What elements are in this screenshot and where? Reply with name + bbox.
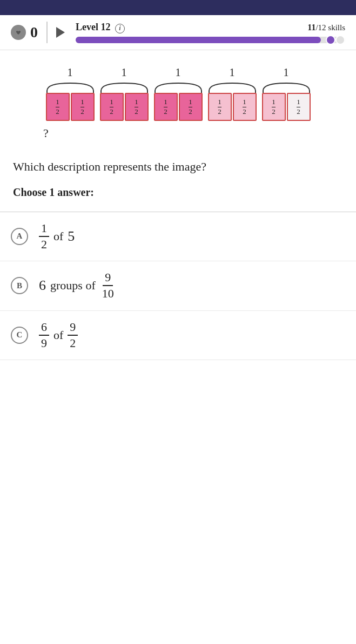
info-icon[interactable]: i (115, 24, 125, 33)
choice-c-fraction1: 6 9 (39, 321, 49, 350)
skills-text: 11/12 skills (307, 23, 345, 32)
answer-choices: A 1 2 of 5 B 6 groups of 9 10 C 6 9 (0, 212, 356, 360)
fraction-groups: 1 12 12 1 (45, 66, 312, 121)
progress-fill (76, 37, 321, 43)
group-2-boxes: 12 12 (100, 93, 149, 121)
group-2-label: 1 (122, 66, 127, 79)
level-title-row: Level 12 i 11/12 skills (76, 22, 345, 33)
choice-c[interactable]: C 6 9 of 9 2 (0, 311, 356, 360)
box-1-1: 12 (46, 93, 70, 121)
brace-2 (99, 81, 150, 93)
group-3-label: 1 (176, 66, 181, 79)
group-4-boxes: 12 12 (208, 93, 257, 121)
group-1-boxes: 12 12 (46, 93, 95, 121)
box-2-1: 12 (100, 93, 124, 121)
box-3-2: 12 (179, 93, 203, 121)
progress-bar (76, 37, 345, 43)
group-3-boxes: 12 12 (154, 93, 203, 121)
level-info: Level 12 i 11/12 skills (76, 22, 345, 43)
skills-label: /12 skills (315, 23, 345, 32)
group-5-wrapper: 12 12 (261, 81, 312, 121)
question-text: Which description represents the image? (13, 159, 343, 175)
choice-a-content: 1 2 of 5 (39, 222, 75, 251)
question-section: Which description represents the image? … (0, 146, 356, 204)
box-2-2: 12 (125, 93, 149, 121)
group-4-label: 1 (230, 66, 235, 79)
choice-a-num: 5 (68, 228, 75, 245)
question-mark: ? (43, 126, 49, 140)
choice-b-groups: groups of (50, 279, 96, 293)
top-controls: 0 Level 12 i 11/12 skills (0, 15, 356, 50)
choice-b-fraction: 9 10 (100, 271, 116, 300)
box-3-1: 12 (154, 93, 178, 121)
group-3-wrapper: 12 12 (153, 81, 204, 121)
group-4: 1 12 12 (207, 66, 258, 121)
box-5-2: 12 (287, 93, 311, 121)
choose-label: Choose 1 answer: (13, 186, 343, 199)
choice-b-circle: B (11, 277, 28, 294)
play-button[interactable] (56, 27, 65, 38)
group-5-label: 1 (284, 66, 289, 79)
level-title: Level 12 i (76, 22, 125, 33)
box-5-1: 12 (262, 93, 286, 121)
group-2: 1 12 12 (99, 66, 150, 121)
group-3: 1 12 12 (153, 66, 204, 121)
choice-b-content: 6 groups of 9 10 (39, 271, 116, 300)
level-label: Level 12 (76, 22, 111, 32)
box-4-1: 12 (208, 93, 232, 121)
choice-a-of: of (53, 229, 63, 243)
choice-a-fraction: 1 2 (39, 222, 49, 251)
box-1-2: 12 (71, 93, 95, 121)
heart-icon (11, 25, 26, 40)
brace-4 (207, 81, 258, 93)
choice-b[interactable]: B 6 groups of 9 10 (0, 261, 356, 310)
score-area: 0 (11, 24, 38, 41)
group-5-boxes: 12 12 (262, 93, 311, 121)
choice-c-fraction2: 9 2 (68, 321, 78, 350)
choice-b-num: 6 (39, 277, 46, 294)
vertical-divider (46, 22, 48, 43)
choice-c-of: of (53, 328, 63, 342)
choice-a[interactable]: A 1 2 of 5 (0, 212, 356, 261)
choice-c-content: 6 9 of 9 2 (39, 321, 78, 350)
brace-5 (261, 81, 312, 93)
group-1-wrapper: 12 12 (45, 81, 96, 121)
group-4-wrapper: 12 12 (207, 81, 258, 121)
score-display: 0 (30, 24, 38, 41)
group-5: 1 12 12 (261, 66, 312, 121)
choice-a-circle: A (11, 228, 28, 245)
choice-c-circle: C (11, 327, 28, 344)
group-1-label: 1 (68, 66, 73, 79)
progress-dot-end (335, 35, 345, 45)
diagram-area: 1 12 12 1 (0, 50, 356, 146)
header-bar (0, 0, 356, 15)
brace-1 (45, 81, 96, 93)
question-mark-row: ? (11, 124, 345, 140)
progress-dot (326, 35, 335, 45)
brace-3 (153, 81, 204, 93)
group-2-wrapper: 12 12 (99, 81, 150, 121)
box-4-2: 12 (233, 93, 257, 121)
group-1: 1 12 12 (45, 66, 96, 121)
skills-current: 11 (307, 23, 315, 32)
